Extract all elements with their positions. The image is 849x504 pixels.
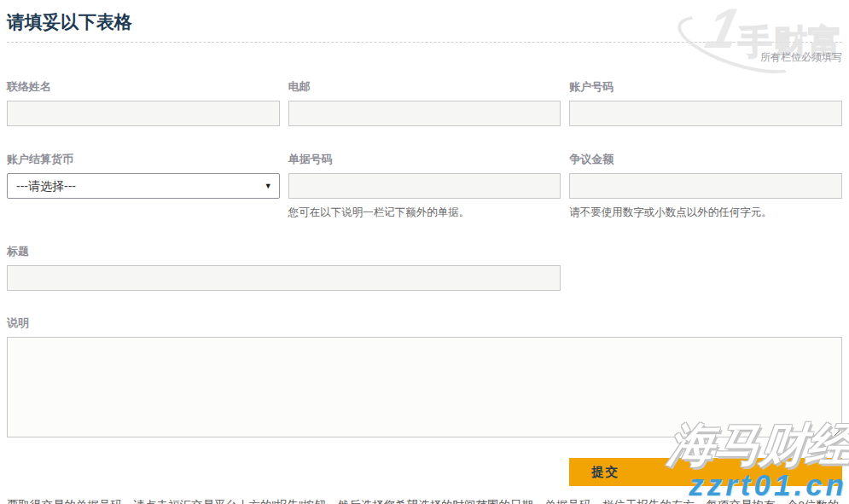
form-page: 请填妥以下表格 所有栏位必须填写 联络姓名 电邮 账户号码 账户结算货币 ---…: [0, 10, 849, 504]
subject-label: 标题: [7, 244, 561, 259]
field-account-number: 账户号码: [569, 79, 842, 126]
required-fields-note: 所有栏位必须填写: [7, 50, 842, 65]
currency-label: 账户结算货币: [7, 152, 280, 167]
currency-select[interactable]: ---请选择---: [7, 173, 280, 199]
footer-instructions: 要取得交易的单据号码，请点击福汇交易平台上方的"报告"按钮，然后选择您希望选择的…: [7, 497, 842, 504]
form-row-1: 联络姓名 电邮 账户号码: [7, 79, 842, 126]
email-label: 电邮: [288, 79, 561, 95]
dispute-amount-hint: 请不要使用数字或小数点以外的任何字元。: [569, 206, 842, 220]
description-textarea[interactable]: [7, 337, 842, 437]
form-row-2: 账户结算货币 ---请选择--- ▼ 单据号码 您可在以下说明一栏记下额外的单据…: [7, 152, 842, 220]
dispute-amount-input[interactable]: [569, 173, 842, 199]
subject-input[interactable]: [7, 265, 561, 291]
account-number-input[interactable]: [569, 101, 842, 126]
field-currency: 账户结算货币 ---请选择--- ▼: [7, 152, 280, 220]
ticket-number-input[interactable]: [288, 173, 561, 199]
form-row-4: 说明: [7, 316, 842, 441]
page-title: 请填妥以下表格: [7, 10, 842, 34]
submit-row: 提交: [7, 458, 842, 486]
ticket-number-label: 单据号码: [288, 152, 561, 167]
email-input[interactable]: [288, 101, 561, 126]
form-row-3: 标题: [7, 244, 842, 291]
ticket-number-hint: 您可在以下说明一栏记下额外的单据。: [288, 206, 561, 220]
contact-name-input[interactable]: [7, 101, 280, 126]
field-subject: 标题: [7, 244, 561, 291]
field-contact-name: 联络姓名: [7, 79, 280, 126]
dispute-amount-label: 争议金额: [569, 152, 842, 167]
description-label: 说明: [7, 316, 842, 331]
field-email: 电邮: [288, 79, 561, 126]
contact-name-label: 联络姓名: [7, 79, 280, 95]
account-number-label: 账户号码: [569, 79, 842, 95]
submit-button[interactable]: 提交: [569, 458, 842, 486]
field-dispute-amount: 争议金额 请不要使用数字或小数点以外的任何字元。: [569, 152, 842, 220]
dashed-divider: [7, 42, 842, 43]
field-ticket-number: 单据号码 您可在以下说明一栏记下额外的单据。: [288, 152, 561, 220]
